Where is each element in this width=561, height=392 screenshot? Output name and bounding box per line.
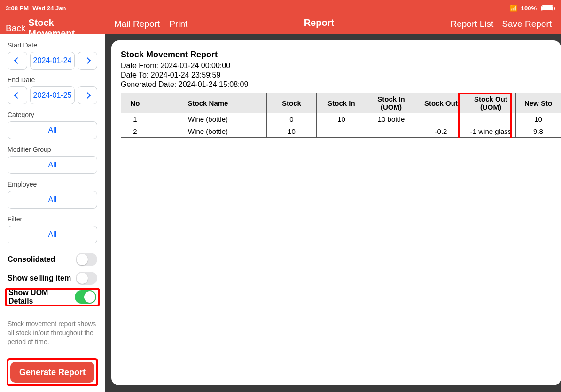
cell-outuom: -1 wine glass xyxy=(466,125,516,138)
battery-icon xyxy=(541,5,553,11)
category-select[interactable]: All xyxy=(8,121,97,139)
show-selling-label: Show selling item xyxy=(8,274,71,282)
end-date-next-button[interactable] xyxy=(78,86,97,104)
col-no: No xyxy=(121,93,149,113)
cell-inuom: 10 bottle xyxy=(366,113,416,125)
chevron-right-icon xyxy=(84,92,91,99)
report-paper: Stock Movement Report Date From: 2024-01… xyxy=(111,40,561,385)
table-row: 1 Wine (bottle) 0 10 10 bottle 10 xyxy=(121,113,561,125)
consolidated-row: Consolidated xyxy=(8,250,97,269)
show-selling-toggle[interactable] xyxy=(76,272,97,285)
cell-new: 10 xyxy=(516,113,561,125)
start-date-label: Start Date xyxy=(8,41,97,49)
col-name: Stock Name xyxy=(149,93,267,113)
end-date-field[interactable]: 2024-01-25 xyxy=(30,86,75,104)
show-selling-row: Show selling item xyxy=(8,269,97,288)
status-date: Wed 24 Jan xyxy=(32,5,66,12)
report-table: No Stock Name Stock Stock In Stock In (U… xyxy=(121,93,561,138)
modifier-group-label: Modifier Group xyxy=(8,146,97,153)
col-stock-out-uom: Stock Out (UOM) xyxy=(466,93,516,113)
chevron-left-icon xyxy=(14,57,21,64)
filter-label: Filter xyxy=(8,215,97,223)
col-new-stock: New Sto xyxy=(516,93,561,113)
cell-out: -0.2 xyxy=(416,125,466,138)
end-date-prev-button[interactable] xyxy=(8,86,27,104)
cell-stock: 10 xyxy=(267,125,317,138)
consolidated-toggle[interactable] xyxy=(76,253,97,266)
mail-report-button[interactable]: Mail Report xyxy=(114,19,160,29)
report-generated-date: Generated Date: 2024-01-24 15:08:09 xyxy=(121,80,561,89)
cell-no: 2 xyxy=(121,125,149,138)
header-title: Report xyxy=(187,17,450,28)
chevron-left-icon xyxy=(14,92,21,99)
cell-inuom xyxy=(366,125,416,138)
category-label: Category xyxy=(8,111,97,118)
cell-stock: 0 xyxy=(267,113,317,125)
back-button[interactable]: Back xyxy=(6,23,25,33)
modifier-group-select[interactable]: All xyxy=(8,156,97,174)
cell-out xyxy=(416,113,466,125)
start-date-next-button[interactable] xyxy=(78,52,97,70)
statusbar-right: 100% xyxy=(510,3,553,13)
start-date-prev-button[interactable] xyxy=(8,52,27,70)
chevron-right-icon xyxy=(84,57,91,64)
cell-new: 9.8 xyxy=(516,125,561,138)
table-row: 2 Wine (bottle) 10 -0.2 -1 wine glass 9.… xyxy=(121,125,561,138)
report-description: Stock movement report shows all stock in… xyxy=(8,320,97,346)
sidebar-header: 3:08 PM Wed 24 Jan Back Stock Movement xyxy=(0,0,105,34)
col-stock-in-uom: Stock In (UOM) xyxy=(366,93,416,113)
report-date-from: Date From: 2024-01-24 00:00:00 xyxy=(121,62,561,70)
col-stock-in: Stock In xyxy=(317,93,366,113)
cell-name: Wine (bottle) xyxy=(149,125,267,138)
generate-report-button[interactable]: Generate Report xyxy=(10,362,94,383)
show-uom-row: Show UOM Details xyxy=(5,288,100,306)
table-header-row: No Stock Name Stock Stock In Stock In (U… xyxy=(121,93,561,113)
battery-percent: 100% xyxy=(521,5,537,12)
filter-select[interactable]: All xyxy=(8,226,97,243)
col-stock: Stock xyxy=(267,93,317,113)
employee-label: Employee xyxy=(8,180,97,188)
col-stock-out: Stock Out xyxy=(416,93,466,113)
wifi-icon xyxy=(510,5,517,12)
employee-select[interactable]: All xyxy=(8,191,97,209)
report-title: Stock Movement Report xyxy=(121,50,561,60)
cell-no: 1 xyxy=(121,113,149,125)
print-button[interactable]: Print xyxy=(169,19,187,29)
save-report-button[interactable]: Save Report xyxy=(502,19,552,29)
show-uom-label: Show UOM Details xyxy=(8,289,75,306)
end-date-label: End Date xyxy=(8,76,97,84)
status-time: 3:08 PM xyxy=(6,5,29,12)
sidebar: 3:08 PM Wed 24 Jan Back Stock Movement S… xyxy=(0,0,105,392)
consolidated-label: Consolidated xyxy=(8,255,55,264)
cell-name: Wine (bottle) xyxy=(149,113,267,125)
cell-outuom xyxy=(466,113,516,125)
start-date-field[interactable]: 2024-01-24 xyxy=(30,52,75,70)
main-header: 100% Mail Report Print Report Report Lis… xyxy=(105,0,561,34)
report-list-button[interactable]: Report List xyxy=(451,19,494,29)
cell-in: 10 xyxy=(317,113,366,125)
show-uom-toggle[interactable] xyxy=(75,290,96,304)
statusbar-left: 3:08 PM Wed 24 Jan xyxy=(6,3,99,13)
main: 100% Mail Report Print Report Report Lis… xyxy=(105,0,561,392)
cell-in xyxy=(317,125,366,138)
report-date-to: Date To: 2024-01-24 23:59:59 xyxy=(121,71,561,79)
